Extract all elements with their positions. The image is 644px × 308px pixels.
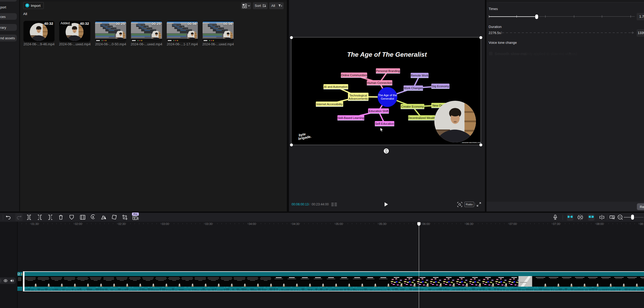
svg-text:AI and Automation: AI and Automation	[324, 85, 348, 88]
svg-text:Skill-Based Learning: Skill-Based Learning	[337, 116, 364, 119]
svg-text:Personal Branding: Personal Branding	[376, 69, 400, 73]
svg-text:Generalist: Generalist	[381, 97, 394, 100]
svg-text:Creator Economy: Creator Economy	[401, 105, 424, 108]
svg-text:Advancements: Advancements	[348, 97, 368, 100]
svg-text:Gig Economy: Gig Economy	[431, 85, 449, 88]
svg-text:Work Changes: Work Changes	[404, 86, 423, 90]
svg-text:Online Communities: Online Communities	[341, 74, 367, 77]
svg-text:Remote Work: Remote Work	[411, 74, 429, 77]
svg-text:....HESIZER MASTERCLASS: ....HESIZER MASTERCLASS	[460, 142, 481, 143]
svg-text:The Age of The Generalist: The Age of The Generalist	[347, 51, 427, 58]
svg-text:The Age of the: The Age of the	[378, 94, 397, 97]
svg-text:Internet Accessibility: Internet Accessibility	[316, 103, 343, 106]
svg-text:Human Connection: Human Connection	[367, 81, 392, 84]
svg-text:Education Shift: Education Shift	[369, 109, 388, 113]
svg-text:Technological: Technological	[349, 94, 367, 97]
svg-text:Self-Education: Self-Education	[375, 122, 394, 125]
svg-text:Decentralized Wealth: Decentralized Wealth	[408, 116, 435, 119]
